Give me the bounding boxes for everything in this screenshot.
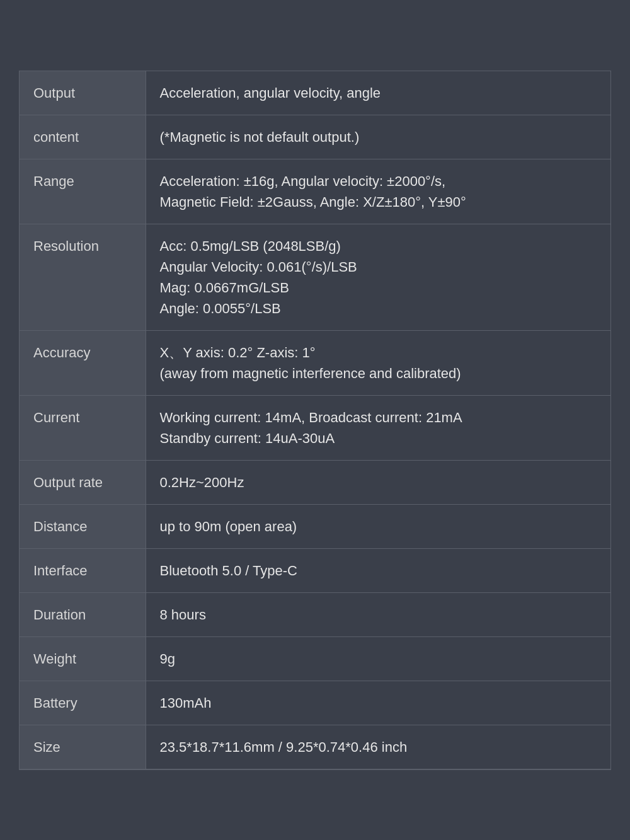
row-value: (*Magnetic is not default output.) [146, 115, 610, 159]
table-row: Distanceup to 90m (open area) [20, 504, 610, 548]
row-label: Interface [20, 548, 146, 592]
row-value: 8 hours [146, 592, 610, 636]
row-value: Acc: 0.5mg/LSB (2048LSB/g)Angular Veloci… [146, 224, 610, 330]
table-row: InterfaceBluetooth 5.0 / Type-C [20, 548, 610, 592]
table-row: ResolutionAcc: 0.5mg/LSB (2048LSB/g)Angu… [20, 224, 610, 330]
row-label: Battery [20, 681, 146, 725]
row-value: 9g [146, 636, 610, 681]
row-value: 130mAh [146, 681, 610, 725]
row-label: Accuracy [20, 330, 146, 395]
table-row: CurrentWorking current: 14mA, Broadcast … [20, 395, 610, 460]
row-value: 0.2Hz~200Hz [146, 460, 610, 504]
table-row: OutputAcceleration, angular velocity, an… [20, 71, 610, 115]
row-value: Bluetooth 5.0 / Type-C [146, 548, 610, 592]
table-row: content(*Magnetic is not default output.… [20, 115, 610, 159]
table-row: Battery130mAh [20, 681, 610, 725]
row-label: Size [20, 725, 146, 769]
table-row: Output rate0.2Hz~200Hz [20, 460, 610, 504]
row-value: Working current: 14mA, Broadcast current… [146, 395, 610, 460]
row-label: Distance [20, 504, 146, 548]
row-value: Acceleration: ±16g, Angular velocity: ±2… [146, 159, 610, 224]
spec-table: OutputAcceleration, angular velocity, an… [19, 71, 611, 770]
row-label: Resolution [20, 224, 146, 330]
row-label: content [20, 115, 146, 159]
row-value: 23.5*18.7*11.6mm / 9.25*0.74*0.46 inch [146, 725, 610, 769]
row-label: Weight [20, 636, 146, 681]
row-label: Duration [20, 592, 146, 636]
row-label: Output [20, 71, 146, 115]
table-row: RangeAcceleration: ±16g, Angular velocit… [20, 159, 610, 224]
row-value: up to 90m (open area) [146, 504, 610, 548]
row-value: X、Y axis: 0.2° Z-axis: 1°(away from magn… [146, 330, 610, 395]
row-label: Output rate [20, 460, 146, 504]
table-row: AccuracyX、Y axis: 0.2° Z-axis: 1°(away f… [20, 330, 610, 395]
row-label: Range [20, 159, 146, 224]
row-value: Acceleration, angular velocity, angle [146, 71, 610, 115]
table-row: Size23.5*18.7*11.6mm / 9.25*0.74*0.46 in… [20, 725, 610, 769]
row-label: Current [20, 395, 146, 460]
table-row: Weight9g [20, 636, 610, 681]
table-row: Duration8 hours [20, 592, 610, 636]
